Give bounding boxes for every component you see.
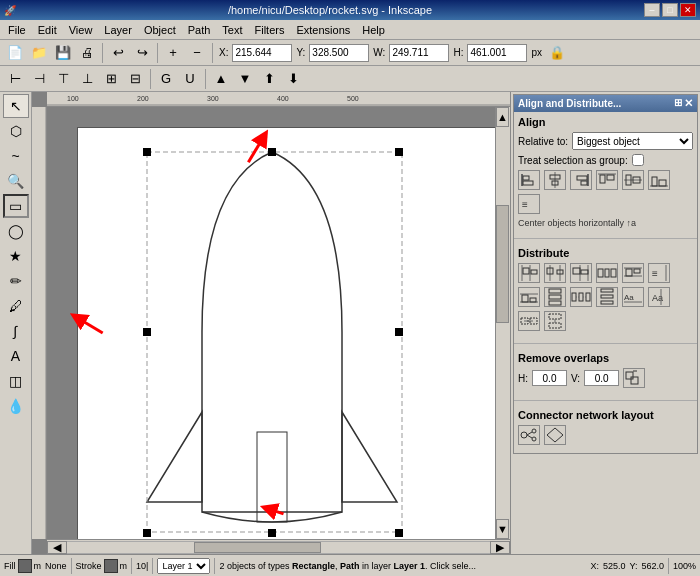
connector-layout-button1[interactable] bbox=[518, 425, 540, 445]
vertical-scroll-thumb[interactable] bbox=[496, 205, 509, 323]
undo-button[interactable]: ↩ bbox=[107, 42, 129, 64]
h-input[interactable] bbox=[467, 44, 527, 62]
zoom-tool-button[interactable]: 🔍 bbox=[3, 169, 29, 193]
fill-color-swatch[interactable] bbox=[18, 559, 32, 573]
canvas-area[interactable]: 100 200 300 400 500 bbox=[32, 92, 510, 554]
x-input[interactable] bbox=[232, 44, 292, 62]
align-top-button[interactable]: ⊥ bbox=[76, 68, 98, 90]
remove-overlaps-row: H: V: bbox=[518, 368, 693, 388]
relative-to-select[interactable]: Biggest object Smallest object Page Draw… bbox=[572, 132, 693, 150]
text-tool-button[interactable]: A bbox=[3, 344, 29, 368]
lower-bottom-button[interactable]: ⬇ bbox=[282, 68, 304, 90]
raise-button[interactable]: ▲ bbox=[210, 68, 232, 90]
overlap-v-input[interactable] bbox=[584, 370, 619, 386]
save-button[interactable]: 💾 bbox=[52, 42, 74, 64]
menu-text[interactable]: Text bbox=[216, 22, 248, 38]
dist-node-v-button[interactable] bbox=[544, 311, 566, 331]
gradient-tool-button[interactable]: ◫ bbox=[3, 369, 29, 393]
ungroup-button[interactable]: U bbox=[179, 68, 201, 90]
align-center-v-button[interactable] bbox=[544, 170, 566, 190]
connector-layout-button2[interactable] bbox=[544, 425, 566, 445]
dist-node-h-button[interactable] bbox=[518, 311, 540, 331]
lock-proportions-button[interactable]: 🔒 bbox=[546, 42, 568, 64]
callig-tool-button[interactable]: ∫ bbox=[3, 319, 29, 343]
raise-top-button[interactable]: ⬆ bbox=[258, 68, 280, 90]
dist-centers-v-button[interactable]: ≡ bbox=[648, 263, 670, 283]
node-tool-button[interactable]: ⬡ bbox=[3, 119, 29, 143]
menu-extensions[interactable]: Extensions bbox=[290, 22, 356, 38]
star-tool-button[interactable]: ★ bbox=[3, 244, 29, 268]
dist-extra-button[interactable]: Aa bbox=[648, 287, 670, 307]
dist-centers-h-button[interactable] bbox=[544, 263, 566, 283]
align-last-button[interactable]: ≡ bbox=[518, 194, 540, 214]
lower-button[interactable]: ▼ bbox=[234, 68, 256, 90]
menu-help[interactable]: Help bbox=[356, 22, 391, 38]
align-center-h-button[interactable]: ⊣ bbox=[28, 68, 50, 90]
horizontal-scroll-thumb[interactable] bbox=[194, 542, 321, 553]
align-left-button[interactable]: ⊢ bbox=[4, 68, 26, 90]
scroll-up-button[interactable]: ▲ bbox=[496, 107, 509, 127]
minimize-button[interactable]: – bbox=[644, 3, 660, 17]
menu-object[interactable]: Object bbox=[138, 22, 182, 38]
overlap-h-input[interactable] bbox=[532, 370, 567, 386]
dist-equal-v-button[interactable] bbox=[544, 287, 566, 307]
menu-filters[interactable]: Filters bbox=[249, 22, 291, 38]
scroll-left-button[interactable]: ◀ bbox=[47, 541, 67, 554]
dist-equal-h-button[interactable] bbox=[596, 263, 618, 283]
menu-file[interactable]: File bbox=[2, 22, 32, 38]
tweak-tool-button[interactable]: ~ bbox=[3, 144, 29, 168]
menu-edit[interactable]: Edit bbox=[32, 22, 63, 38]
treat-group-checkbox[interactable] bbox=[632, 154, 644, 166]
menu-layer[interactable]: Layer bbox=[98, 22, 138, 38]
dropper-tool-button[interactable]: 💧 bbox=[3, 394, 29, 418]
pencil-tool-button[interactable]: ✏ bbox=[3, 269, 29, 293]
dist-v-gaps-button[interactable] bbox=[596, 287, 618, 307]
pen-tool-button[interactable]: 🖊 bbox=[3, 294, 29, 318]
new-button[interactable]: 📄 bbox=[4, 42, 26, 64]
close-button[interactable]: ✕ bbox=[680, 3, 696, 17]
scroll-down-button[interactable]: ▼ bbox=[496, 519, 509, 539]
svg-rect-18 bbox=[395, 529, 403, 537]
group-button[interactable]: G bbox=[155, 68, 177, 90]
zoom-in-button[interactable]: + bbox=[162, 42, 184, 64]
print-button[interactable]: 🖨 bbox=[76, 42, 98, 64]
dist-left-edges-button[interactable] bbox=[518, 263, 540, 283]
svg-rect-20 bbox=[523, 176, 529, 180]
rect-tool-button[interactable]: ▭ bbox=[3, 194, 29, 218]
align-bottom-button[interactable]: ⊟ bbox=[124, 68, 146, 90]
y-input[interactable] bbox=[309, 44, 369, 62]
panel-close-button[interactable]: ✕ bbox=[684, 97, 693, 110]
align-right-button[interactable]: ⊤ bbox=[52, 68, 74, 90]
redo-button[interactable]: ↪ bbox=[131, 42, 153, 64]
align-center-h-button[interactable] bbox=[622, 170, 644, 190]
dist-top-edges-button[interactable] bbox=[622, 263, 644, 283]
remove-overlaps-button[interactable] bbox=[623, 368, 645, 388]
panel-detach-button[interactable]: ⊞ bbox=[674, 97, 682, 110]
selector-tool-button[interactable]: ↖ bbox=[3, 94, 29, 118]
canvas-inner[interactable] bbox=[47, 107, 510, 539]
open-button[interactable]: 📁 bbox=[28, 42, 50, 64]
horizontal-scroll-track[interactable] bbox=[67, 541, 490, 554]
dist-bottom-edges-button[interactable] bbox=[518, 287, 540, 307]
dist-right-edges-button[interactable] bbox=[570, 263, 592, 283]
align-top-edges-button[interactable] bbox=[596, 170, 618, 190]
align-left-edges-button[interactable] bbox=[518, 170, 540, 190]
dist-baseline-button[interactable]: Aa bbox=[622, 287, 644, 307]
zoom-out-button[interactable]: − bbox=[186, 42, 208, 64]
ellipse-tool-button[interactable]: ◯ bbox=[3, 219, 29, 243]
stroke-color-swatch[interactable] bbox=[104, 559, 118, 573]
align-right-edges-button[interactable] bbox=[570, 170, 592, 190]
dist-h-gaps-button[interactable] bbox=[570, 287, 592, 307]
vertical-scroll-track[interactable] bbox=[496, 127, 509, 519]
horizontal-scrollbar[interactable]: ◀ ▶ bbox=[47, 539, 510, 554]
menu-view[interactable]: View bbox=[63, 22, 99, 38]
w-input[interactable] bbox=[389, 44, 449, 62]
vertical-scrollbar[interactable]: ▲ ▼ bbox=[495, 107, 510, 539]
svg-rect-64 bbox=[549, 295, 561, 299]
menu-path[interactable]: Path bbox=[182, 22, 217, 38]
maximize-button[interactable]: □ bbox=[662, 3, 678, 17]
align-center-v-button[interactable]: ⊞ bbox=[100, 68, 122, 90]
align-bottom-edges-button[interactable] bbox=[648, 170, 670, 190]
scroll-right-button[interactable]: ▶ bbox=[490, 541, 510, 554]
layer-select[interactable]: Layer 1 bbox=[157, 558, 210, 574]
